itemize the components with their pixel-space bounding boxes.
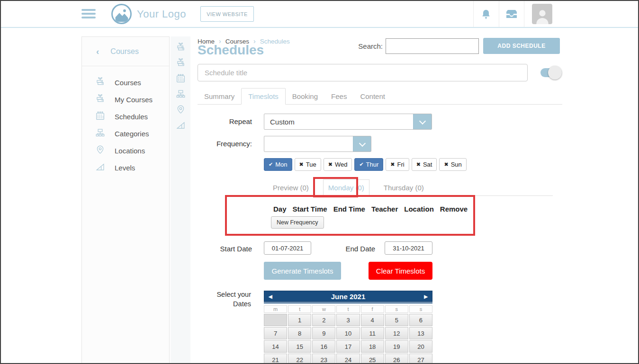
- sidebar-item-levels[interactable]: Levels: [82, 159, 169, 176]
- sidebar-item-label: Schedules: [115, 113, 148, 121]
- chevron-down-icon[interactable]: [353, 136, 371, 151]
- clear-timeslots-button[interactable]: Clear Timeslots: [369, 262, 432, 280]
- calendar-next-icon[interactable]: ▶: [424, 291, 428, 302]
- new-frequency-button[interactable]: New Frequency: [271, 216, 324, 229]
- courses-icon[interactable]: [176, 42, 186, 52]
- day-toggle-mon[interactable]: ✔Mon: [264, 158, 292, 171]
- calendar-day-cell[interactable]: 6: [409, 314, 432, 326]
- repeat-select[interactable]: Custom: [264, 114, 432, 130]
- end-date-input[interactable]: [385, 241, 432, 255]
- schedules-icon: [95, 111, 105, 122]
- subtab-thursday-0[interactable]: Thursday (0): [381, 180, 427, 195]
- sidebar-item-schedules[interactable]: Schedules: [82, 108, 169, 125]
- calendar-day-cell[interactable]: 24: [336, 354, 360, 364]
- calendar-day-cell[interactable]: 23: [312, 354, 335, 364]
- timeslot-col-location: Location: [404, 205, 434, 213]
- add-schedule-button[interactable]: ADD SCHEDULE: [483, 38, 560, 54]
- calendar-day-cell[interactable]: 19: [385, 340, 408, 353]
- calendar-day-cell[interactable]: 3: [336, 314, 360, 326]
- check-icon: ✔: [269, 162, 273, 167]
- person-icon: [534, 7, 551, 24]
- repeat-label: Repeat: [200, 117, 252, 125]
- sidebar-item-my-courses[interactable]: My Courses: [82, 91, 169, 108]
- calendar-day-cell[interactable]: 17: [336, 340, 360, 353]
- calendar-day-cell[interactable]: 25: [361, 354, 384, 364]
- calendar-day-cell[interactable]: 27: [409, 354, 432, 364]
- breadcrumb-item-schedules[interactable]: Schedules: [260, 38, 290, 45]
- calendar-day-cell[interactable]: 16: [312, 340, 335, 353]
- levels-icon[interactable]: [176, 120, 186, 130]
- day-toggle-tue[interactable]: ✖Tue: [295, 158, 321, 171]
- calendar-day-cell[interactable]: 22: [288, 354, 311, 364]
- schedule-title-input[interactable]: [198, 64, 528, 81]
- start-date-input[interactable]: [264, 241, 311, 255]
- tab-summary[interactable]: Summary: [198, 89, 241, 104]
- calendar-day-cell[interactable]: 20: [409, 340, 432, 353]
- avatar[interactable]: [532, 4, 552, 24]
- logo-icon[interactable]: [111, 4, 132, 24]
- calendar-day-cell[interactable]: 9: [312, 327, 335, 339]
- day-toggle-thur[interactable]: ✔Thur: [354, 158, 383, 171]
- search-input[interactable]: [386, 38, 479, 54]
- calendar-day-cell[interactable]: 4: [361, 314, 384, 326]
- calendar-day-cell[interactable]: 12: [385, 327, 408, 339]
- day-toggle-fri[interactable]: ✖Fri: [386, 158, 409, 171]
- x-icon: ✖: [416, 162, 421, 167]
- calendar-day-cell[interactable]: 18: [361, 340, 384, 353]
- search-label: Search:: [355, 42, 383, 50]
- day-toggle-sun[interactable]: ✖Sun: [439, 158, 466, 171]
- sidebar-item-label: Courses: [115, 79, 141, 87]
- sidebar-item-locations[interactable]: Locations: [82, 142, 169, 159]
- tab-fees[interactable]: Fees: [324, 89, 353, 104]
- calendar-dow-label: t: [336, 305, 360, 313]
- subtab-preview-0[interactable]: Preview (0): [270, 180, 312, 195]
- day-toggle-sat[interactable]: ✖Sat: [412, 158, 437, 171]
- sidebar-item-label: Levels: [115, 164, 135, 172]
- tab-content[interactable]: Content: [353, 89, 392, 104]
- calendar-day-cell[interactable]: 13: [409, 327, 432, 339]
- calendar-header-underline: [264, 302, 432, 303]
- sidebar-header[interactable]: ‹ Courses: [82, 37, 169, 66]
- calendar-prev-icon[interactable]: ◀: [269, 291, 272, 302]
- calendar-day-cell[interactable]: 5: [385, 314, 408, 326]
- categories-icon[interactable]: [176, 89, 186, 99]
- calendar-day-cell[interactable]: 14: [264, 340, 287, 353]
- tab-booking[interactable]: Booking: [286, 89, 324, 104]
- calendar-day-cell[interactable]: 26: [385, 354, 408, 364]
- subtab-monday-0[interactable]: Monday (0): [323, 179, 369, 196]
- categories-icon: [95, 128, 105, 139]
- hamburger-menu-icon[interactable]: [81, 9, 96, 19]
- schedules-icon[interactable]: [176, 73, 186, 83]
- sidebar-item-categories[interactable]: Categories: [82, 125, 169, 142]
- frequency-select[interactable]: [264, 136, 371, 152]
- frequency-subtab-bar: Preview (0)Monday (0)Thursday (0): [225, 180, 553, 196]
- locations-icon[interactable]: [176, 105, 186, 115]
- calendar-day-cell[interactable]: 2: [312, 314, 335, 326]
- chevron-down-icon[interactable]: [413, 114, 432, 129]
- annotation-box-timeslot-table: [225, 195, 475, 236]
- bell-icon[interactable]: [479, 8, 493, 21]
- tab-timeslots[interactable]: Timeslots: [241, 88, 286, 105]
- calendar-dow-label: s: [385, 305, 408, 313]
- calendar-day-cell[interactable]: 15: [288, 340, 311, 353]
- sidebar-title: Courses: [110, 47, 139, 56]
- calendar-day-cell[interactable]: 1: [288, 314, 311, 326]
- calendar-day-cell[interactable]: 10: [336, 327, 360, 339]
- calendar-header: ◀ June 2021 ▶: [264, 291, 432, 302]
- calendar-day-cell[interactable]: 11: [361, 327, 384, 339]
- view-website-button[interactable]: VIEW WEBSITE: [200, 6, 254, 22]
- day-toggle-wed[interactable]: ✖Wed: [324, 158, 352, 171]
- calendar-day-cell[interactable]: 7: [264, 327, 287, 339]
- day-toggle-row: ✔Mon ✖Tue ✖Wed ✔Thur ✖Fri ✖Sat ✖Sun: [264, 158, 467, 171]
- calendar-day-cell[interactable]: 8: [288, 327, 311, 339]
- calendar-day-cell[interactable]: 21: [264, 354, 287, 364]
- timeslot-col-day: Day: [273, 205, 287, 213]
- inbox-icon[interactable]: [504, 8, 519, 20]
- tab-bar: SummaryTimeslotsBookingFeesContent: [198, 89, 562, 105]
- sidebar: ‹ Courses Courses My Courses Schedules C…: [81, 36, 170, 364]
- schedule-active-toggle-knob[interactable]: [548, 66, 562, 80]
- generate-timeslots-button[interactable]: Generate Timeslots: [264, 262, 341, 280]
- sidebar-item-courses[interactable]: Courses: [82, 74, 169, 91]
- my-courses-icon[interactable]: [176, 58, 186, 68]
- calendar-dow-label: s: [409, 305, 432, 313]
